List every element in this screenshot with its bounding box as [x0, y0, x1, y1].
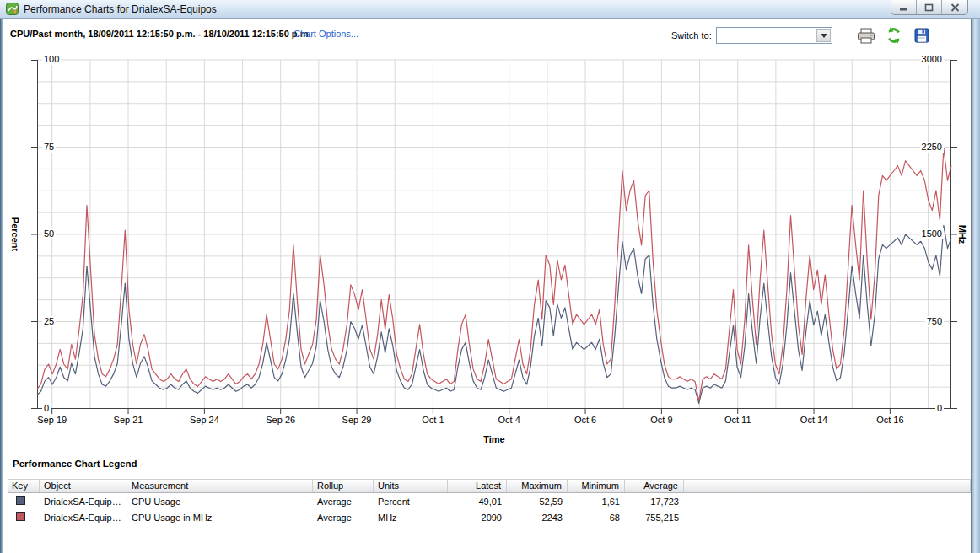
performance-chart-plot[interactable]: [37, 60, 951, 409]
legend-table-body: DrialexSA-Equip…CPU UsageAveragePercent4…: [8, 493, 971, 525]
y-axis-right-title: MHz: [957, 225, 967, 244]
close-button[interactable]: [942, 0, 967, 14]
minimize-button[interactable]: [891, 0, 917, 14]
legend-column-header[interactable]: Key: [8, 480, 40, 492]
legend-cell-key: [8, 512, 40, 523]
legend-heading: Performance Chart Legend: [13, 459, 137, 469]
legend-cell: Average: [313, 497, 374, 507]
chevron-down-icon: [821, 34, 827, 38]
legend-cell: 17,723: [625, 497, 684, 507]
legend-cell: 2243: [507, 513, 568, 523]
series-key-swatch: [16, 512, 25, 521]
dropdown-button[interactable]: [816, 29, 831, 42]
legend-column-header[interactable]: Measurement: [127, 480, 313, 492]
legend-cell: 1,61: [568, 497, 625, 507]
legend-column-header[interactable]: Rollup: [313, 480, 374, 492]
x-tick-label: Oct 1: [422, 415, 444, 425]
legend-column-header[interactable]: Average: [625, 480, 684, 492]
window-controls: [891, 0, 968, 15]
x-tick-label: Oct 6: [574, 415, 596, 425]
performance-charts-window: Performance Charts for DrialexSA-Equipos…: [0, 0, 980, 553]
legend-column-header[interactable]: Units: [374, 480, 448, 492]
legend-table-row[interactable]: DrialexSA-Equip…CPU UsageAveragePercent4…: [8, 493, 971, 509]
switch-to-dropdown[interactable]: [716, 27, 832, 44]
x-tick-label: Oct 16: [876, 415, 903, 425]
legend-table-header: KeyObjectMeasurementRollupUnitsLatestMax…: [8, 479, 971, 493]
legend-cell: DrialexSA-Equip…: [40, 497, 127, 507]
close-icon: [950, 3, 960, 12]
switch-to-label: Switch to:: [671, 30, 712, 40]
print-button[interactable]: [856, 26, 876, 45]
window-title: Performance Charts for DrialexSA-Equipos: [24, 3, 217, 15]
y-right-tick-label: 3000: [920, 54, 944, 65]
legend-cell: Average: [313, 513, 374, 523]
chart-period-title: CPU/Past month, 18/09/2011 12:15:50 p.m.…: [10, 29, 310, 39]
y-right-tick-label: 750: [925, 316, 944, 327]
print-icon: [857, 28, 875, 44]
refresh-button[interactable]: [884, 26, 904, 45]
legend-cell: 2090: [448, 513, 507, 523]
y-right-tick-label: 2250: [920, 142, 944, 153]
save-icon: [914, 28, 929, 43]
x-tick-label: Sep 24: [190, 415, 219, 425]
legend-column-header[interactable]: Latest: [448, 480, 507, 492]
legend-column-header-filler: [684, 480, 971, 492]
maximize-button[interactable]: [917, 0, 942, 14]
y-right-tick-label: 0: [935, 403, 944, 414]
y-left-tick-label: 100: [42, 54, 61, 65]
legend-cell: CPU Usage: [127, 497, 313, 507]
legend-cell: 52,59: [507, 497, 568, 507]
x-tick-label: Oct 4: [498, 415, 520, 425]
legend-table-row[interactable]: DrialexSA-Equip…CPU Usage in MHzAverageM…: [8, 509, 971, 525]
y-left-tick-label: 25: [42, 316, 56, 327]
y-left-tick-label: 75: [42, 142, 56, 153]
legend-column-header[interactable]: Minimum: [568, 480, 625, 492]
legend-cell: 49,01: [448, 497, 507, 507]
legend-cell-key: [8, 496, 40, 507]
client-area: CPU/Past month, 18/09/2011 12:15:50 p.m.…: [3, 19, 972, 553]
y-right-tick-label: 1500: [920, 228, 944, 239]
chart-options-link[interactable]: Chart Options...: [293, 29, 358, 39]
x-tick-label: Oct 14: [800, 415, 827, 425]
series-key-swatch: [16, 496, 25, 505]
x-tick-label: Oct 9: [650, 415, 672, 425]
legend-column-header[interactable]: Object: [40, 480, 127, 492]
legend-cell: Percent: [374, 497, 448, 507]
vsphere-chart-app-icon: [6, 3, 19, 15]
legend-column-header[interactable]: Maximum: [507, 480, 568, 492]
window-frame-right: [972, 0, 980, 553]
refresh-icon: [886, 27, 902, 44]
legend-cell: CPU Usage in MHz: [127, 513, 313, 523]
x-axis-title: Time: [483, 434, 504, 444]
x-tick-label: Sep 29: [342, 415, 372, 425]
legend-cell: MHz: [374, 513, 448, 523]
x-tick-label: Sep 19: [37, 415, 67, 425]
minimize-icon: [899, 3, 908, 11]
y-axis-left-title: Percent: [10, 217, 20, 251]
title-bar[interactable]: Performance Charts for DrialexSA-Equipos: [0, 0, 980, 19]
y-left-tick-label: 0: [42, 403, 51, 414]
legend-table: KeyObjectMeasurementRollupUnitsLatestMax…: [8, 479, 971, 525]
x-tick-label: Oct 11: [724, 415, 751, 425]
legend-cell: DrialexSA-Equip…: [40, 513, 127, 523]
legend-cell: 755,215: [625, 513, 684, 523]
x-tick-label: Sep 26: [266, 415, 295, 425]
x-tick-label: Sep 21: [114, 415, 143, 425]
y-left-tick-label: 50: [42, 228, 56, 239]
save-button[interactable]: [912, 26, 932, 45]
legend-cell: 68: [568, 513, 625, 523]
maximize-icon: [924, 3, 934, 12]
